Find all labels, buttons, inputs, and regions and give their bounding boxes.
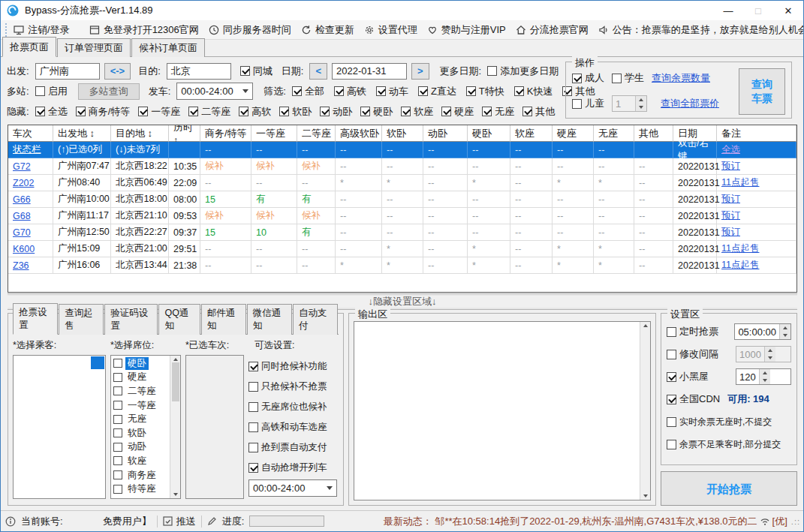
column-header[interactable]: 软卧 (382, 125, 423, 142)
depart-time-select[interactable]: 00:00-24:00 (176, 83, 253, 100)
child-count-stepper[interactable]: 1 (612, 95, 647, 112)
checkbox[interactable]: 无座席位也候补 (248, 397, 339, 417)
checkbox[interactable]: 只抢候补不抢票 (248, 377, 339, 397)
sponsor-vip-button[interactable]: 赞助与注册VIP (427, 23, 506, 37)
column-header[interactable]: 一等座 (251, 125, 297, 142)
query-all-prices-link[interactable]: 查询全部票价 (661, 97, 719, 110)
column-header[interactable]: 车次 (8, 125, 53, 142)
seat-list-scrollbar[interactable] (170, 356, 180, 498)
checkbox[interactable]: K快速 (514, 85, 553, 98)
interval-stepper[interactable]: 1000 (736, 346, 791, 362)
stepper-arrows[interactable] (759, 369, 770, 384)
column-header[interactable]: 历时 ↕ (169, 125, 200, 142)
checkbox[interactable]: 高铁 (334, 85, 366, 98)
seat-option[interactable]: 动卧 (111, 440, 170, 455)
page-tab[interactable]: 候补订单页面 (131, 38, 205, 57)
column-header[interactable]: 硬座 (553, 125, 594, 142)
settings-tab[interactable]: 微信通知 (247, 304, 292, 335)
column-header[interactable]: 其他 (634, 125, 673, 142)
passenger-list[interactable] (13, 355, 106, 499)
partial-submit-checkbox[interactable]: 余票不足乘客时,部分提交 (667, 438, 781, 451)
column-header[interactable]: 无座 (594, 125, 634, 142)
checkbox[interactable]: 硬座 (441, 105, 474, 119)
settings-tab[interactable]: 验证码设置 (104, 304, 158, 335)
checkbox[interactable]: 软卧 (279, 105, 312, 119)
multi-station-query-button[interactable]: 多站查询 (78, 83, 140, 100)
cell-link[interactable]: G70 (8, 224, 53, 241)
stepper-arrows[interactable] (635, 96, 646, 111)
proxy-settings-button[interactable]: 设置代理 (364, 23, 417, 37)
checkbox[interactable]: 高铁和动车选座 (248, 417, 339, 437)
checkbox[interactable]: 全部 (292, 85, 324, 98)
modify-interval-checkbox[interactable]: 修改间隔 (667, 347, 718, 361)
national-cdn-checkbox[interactable]: 全国CDN (667, 392, 720, 406)
check-update-button[interactable]: 检查更新 (301, 23, 354, 37)
cell-link[interactable]: Z202 (8, 175, 53, 191)
start-grab-button[interactable]: 开始抢票 (661, 471, 797, 506)
checkbox[interactable]: 动卧 (320, 105, 352, 119)
cell-link[interactable]: 预订 (717, 224, 796, 241)
column-header[interactable]: 备注 (717, 125, 796, 142)
column-header[interactable]: 目的地 ↕ (111, 125, 169, 142)
checkbox[interactable]: 抢到票自动支付 (248, 437, 339, 458)
status-row-link[interactable]: 全选 (717, 142, 796, 158)
checkbox[interactable]: 自动抢增开列车 (248, 458, 339, 478)
multi-enable-checkbox[interactable]: 启用 (35, 85, 68, 98)
settings-tab[interactable]: 邮件通知 (201, 304, 246, 335)
settings-tab[interactable]: 查询起售 (59, 304, 104, 335)
settings-tab[interactable]: 抢票设置 (13, 303, 58, 335)
blacklist-checkbox[interactable]: 小黑屋 (667, 370, 709, 383)
sync-time-button[interactable]: 同步服务器时间 (209, 23, 291, 37)
official-site-button[interactable]: 分流抢票官网 (516, 23, 589, 37)
stepper-arrows[interactable] (779, 324, 790, 339)
column-header[interactable]: 出发地 ↕ (53, 125, 111, 142)
adult-checkbox[interactable]: 成人 (572, 71, 604, 85)
next-date-button[interactable]: > (411, 63, 429, 80)
checkbox[interactable]: Z直达 (418, 85, 456, 98)
checkbox[interactable]: 同时抢候补功能 (248, 356, 339, 377)
status-row-link[interactable]: 状态栏 (8, 142, 53, 158)
column-header[interactable]: 商务/特等 (200, 125, 251, 142)
settings-tab[interactable]: 自动支付 (293, 304, 338, 335)
column-header[interactable]: 高级软卧 (336, 125, 382, 142)
checkbox[interactable]: 其他 (522, 105, 555, 119)
query-tickets-button[interactable]: 查询 车票 (739, 68, 785, 115)
cell-link[interactable]: G66 (8, 191, 53, 208)
prev-date-button[interactable]: < (309, 63, 327, 80)
cell-link[interactable]: G68 (8, 208, 53, 224)
settings-tab[interactable]: QQ通知 (158, 304, 200, 335)
selected-trains-list[interactable] (185, 355, 244, 499)
checkbox[interactable]: 动车 (376, 85, 408, 98)
checkbox[interactable]: 一等座 (138, 105, 180, 119)
blacklist-stepper[interactable]: 120 (736, 368, 791, 385)
seat-option[interactable]: 一等座 (111, 398, 170, 413)
page-tab[interactable]: 抢票页面 (2, 37, 56, 57)
maximize-button[interactable]: □ (743, 1, 773, 20)
checkbox[interactable]: 高软 (239, 105, 271, 119)
seat-option[interactable]: 硬座 (111, 371, 170, 385)
seat-option[interactable]: 二等座 (111, 384, 170, 398)
checkbox[interactable]: 软座 (401, 105, 433, 119)
seat-option[interactable]: 硬卧 (111, 356, 170, 371)
seat-option[interactable]: 商务座 (111, 468, 170, 482)
timed-grab-time-stepper[interactable]: 05:00:00 (734, 323, 791, 340)
arrive-input[interactable]: 北京 (167, 63, 231, 80)
minimize-button[interactable]: — (713, 1, 743, 20)
seat-option[interactable]: 软卧 (111, 426, 170, 440)
column-header[interactable]: 硬卧 (468, 125, 510, 142)
resize-grip[interactable]: .:: (791, 517, 800, 526)
cell-link[interactable]: 预订 (717, 158, 796, 175)
same-city-checkbox[interactable]: 同城 (240, 65, 273, 78)
cell-link[interactable]: G72 (8, 158, 53, 175)
cell-link[interactable]: 预订 (717, 208, 796, 224)
cell-link[interactable]: 11点起售 (717, 241, 796, 257)
column-header[interactable]: 二等座 (297, 125, 336, 142)
seat-option[interactable]: 无座 (111, 412, 170, 426)
checkbox[interactable]: 硬卧 (360, 105, 393, 119)
checkbox[interactable]: 全选 (35, 105, 68, 119)
timed-grab-checkbox[interactable]: 定时抢票 (667, 325, 718, 338)
swap-stations-button[interactable]: <-> (104, 63, 131, 80)
query-remaining-tickets-link[interactable]: 查询余票数量 (652, 71, 710, 85)
add-more-dates-checkbox[interactable]: 添加更多日期 (487, 65, 559, 78)
grab-time-range-select[interactable]: 00:00-24:00 (248, 479, 337, 497)
